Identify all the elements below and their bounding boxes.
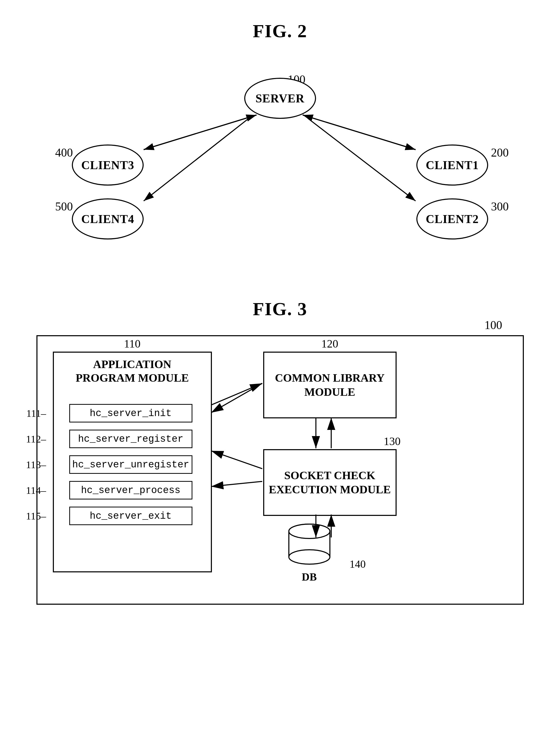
svg-line-20 [211,451,262,469]
db-cylinder-svg [284,521,335,567]
func-hc-server-register: hc_server_register [69,430,192,448]
ref-200: 200 [491,146,509,159]
func-row-112: 112– hc_server_register [54,430,211,448]
db-group: DB 140 [284,521,335,583]
fig3-diagram: 100 110 APPLICATIONPROGRAM MODULE 111– h… [36,335,524,605]
socket-check-label: SOCKET CHECKEXECUTION MODULE [269,469,391,497]
ref-115: 115– [26,510,46,522]
ref-111: 111– [26,407,46,420]
func-rows: 111– hc_server_init 112– hc_server_regis… [54,404,211,532]
server-node: SERVER [244,78,316,119]
func-hc-server-process: hc_server_process [69,481,192,500]
svg-line-3 [144,115,257,150]
func-hc-server-exit: hc_server_exit [69,507,192,525]
client2-node: CLIENT2 [416,198,488,239]
ref-300: 300 [491,200,509,213]
ref-100-fig3: 100 [485,318,502,332]
fig3-title: FIG. 3 [0,278,560,320]
svg-line-2 [144,115,257,150]
fig2-diagram: 100 SERVER 400 CLIENT3 500 CLIENT4 CLIEN… [0,57,560,257]
func-row-114: 114– hc_server_process [54,481,211,500]
socket-check-box: 130 SOCKET CHECKEXECUTION MODULE [263,449,397,516]
db-label: DB [284,571,335,583]
ref-500: 500 [55,200,73,213]
client3-node: CLIENT3 [72,144,144,185]
ref-113: 113– [26,459,46,471]
func-row-111: 111– hc_server_init [54,404,211,423]
client4-node: CLIENT4 [72,198,144,239]
fig2-title: FIG. 2 [0,0,560,42]
svg-point-12 [289,550,330,564]
common-lib-label: COMMON LIBRARYMODULE [275,371,385,399]
func-row-113: 113– hc_server_unregister [54,455,211,474]
svg-line-6 [303,115,416,150]
svg-line-5 [303,115,416,150]
ref-110: 110 [124,337,140,350]
svg-line-4 [144,118,249,201]
client1-node: CLIENT1 [416,144,488,185]
ref-114: 114– [26,484,46,496]
ref-120: 120 [321,337,338,350]
svg-line-17 [211,384,262,405]
fig2-section: FIG. 2 100 SERVER 400 CLIENT3 500 CLIENT… [0,0,560,257]
svg-line-21 [211,482,262,487]
app-module-label: APPLICATIONPROGRAM MODULE [54,352,211,388]
common-lib-box: 120 COMMON LIBRARYMODULE [263,351,397,419]
svg-line-16 [211,384,262,413]
ref-400: 400 [55,146,73,159]
app-module-box: 110 APPLICATIONPROGRAM MODULE 111– hc_se… [53,351,212,572]
ref-140: 140 [350,558,366,570]
func-row-115: 115– hc_server_exit [54,507,211,525]
fig3-section: FIG. 3 100 110 APPLICATIONPROGRAM MODULE… [0,278,560,605]
func-hc-server-unregister: hc_server_unregister [69,455,192,474]
svg-point-13 [289,524,330,539]
ref-112: 112– [26,433,46,445]
ref-130: 130 [384,435,401,448]
svg-line-7 [308,118,416,201]
func-hc-server-init: hc_server_init [69,404,192,423]
